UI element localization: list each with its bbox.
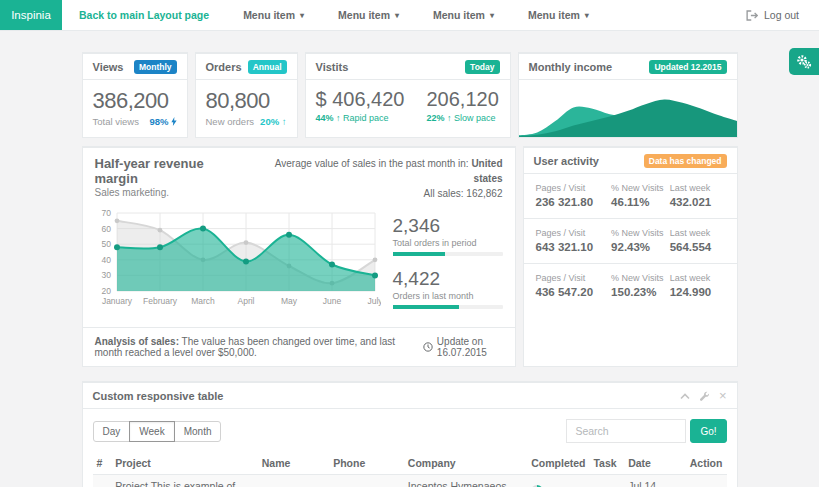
svg-text:70: 70 (101, 208, 111, 218)
user-activity-row: Pages / Visit643 321.10% New Visits92.43… (524, 219, 737, 264)
level-up-icon: ↑ (282, 116, 287, 127)
views-delta: 98% (149, 116, 168, 127)
menu-item-4[interactable]: Menu item▾ (511, 0, 606, 30)
go-button[interactable]: Go! (690, 419, 726, 443)
cell: Inceptos Hymenaeos Ltd (404, 475, 527, 487)
visits-card: Vistits Today $ 406,420 44% ↑ Rapid pace… (305, 52, 511, 138)
top-navbar: Inspinia Back to main Layout page Menu i… (0, 0, 819, 31)
completed-cell (527, 475, 589, 487)
column-header-company: Company (404, 452, 527, 475)
level-up-icon: ↑ (447, 113, 452, 123)
nav-menu: Menu item▾Menu item▾Menu item▾Menu item▾ (226, 0, 606, 30)
orders-period-value: 2,346 (393, 215, 503, 237)
income-card-title: Monthly income (529, 61, 613, 73)
activity-stat: % New Visits92.43% (611, 228, 670, 253)
caret-down-icon: ▾ (395, 11, 399, 20)
cell: 20% (589, 475, 624, 487)
gears-icon (796, 54, 812, 70)
svg-text:50: 50 (101, 239, 111, 249)
brand-logo[interactable]: Inspinia (0, 0, 62, 30)
period-filter-group: DayWeekMonth (93, 421, 222, 442)
svg-text:30: 30 (101, 270, 111, 280)
table-panel-title: Custom responsive table (93, 390, 224, 402)
revenue-subtitle: Sales marketing. (95, 187, 248, 198)
visits-stat-1: $ 406,420 44% ↑ Rapid pace (316, 87, 405, 123)
activity-stat: Last week432.021 (670, 183, 725, 208)
filter-button-week[interactable]: Week (129, 421, 174, 442)
close-icon[interactable]: × (719, 391, 727, 401)
column-header-phone: Phone (329, 452, 404, 475)
visits-value-1: $ 406,420 (316, 87, 405, 111)
all-sales-text: All sales: 162,862 (248, 186, 503, 201)
svg-text:June: June (322, 296, 341, 306)
menu-item-label: Menu item (528, 9, 580, 21)
update-date-text: Update on 16.07.2015 (437, 336, 503, 358)
column-header-task: Task (589, 452, 624, 475)
wrench-icon[interactable] (699, 391, 710, 402)
user-activity-row: Pages / Visit236 321.80% New Visits46.11… (524, 174, 737, 219)
today-badge: Today (465, 60, 499, 74)
cell: Patrick Smith (258, 475, 329, 487)
collapse-chevron-icon[interactable] (680, 393, 690, 400)
monthly-income-card: Monthly income Updated 12.2015 (518, 52, 738, 138)
filter-button-day[interactable]: Day (93, 421, 131, 442)
svg-text:March: March (191, 296, 215, 306)
cell: Jul 14, 2013 (624, 475, 686, 487)
search-input[interactable] (566, 419, 686, 443)
views-card-title: Views (93, 61, 124, 73)
svg-text:20: 20 (101, 286, 111, 296)
menu-item-label: Menu item (433, 9, 485, 21)
activity-stat: Last week564.554 (670, 228, 725, 253)
level-up-icon: ↑ (336, 113, 341, 123)
menu-item-3[interactable]: Menu item▾ (416, 0, 511, 30)
activity-stat: Last week124.990 (670, 273, 725, 298)
cell: 0800 051213 (329, 475, 404, 487)
orders-period-progress (393, 252, 503, 256)
activity-stat: % New Visits46.11% (611, 183, 670, 208)
bolt-icon (171, 117, 177, 126)
filter-button-month[interactable]: Month (174, 421, 222, 442)
cell: Project This is example of project (111, 475, 257, 487)
table-row[interactable]: 1Project This is example of projectPatri… (93, 475, 727, 487)
visits-delta-1: 44% (316, 113, 334, 123)
menu-item-1[interactable]: Menu item▾ (226, 0, 321, 30)
responsive-table-panel: Custom responsive table × DayWeekMonth G… (82, 381, 738, 487)
orders-month-value: 4,422 (393, 268, 503, 290)
orders-period-label: Total orders in period (393, 238, 503, 248)
revenue-side-stats: 2,346 Total orders in period 4,422 Order… (393, 207, 503, 321)
middle-row: Half-year revenue margin Sales marketing… (82, 146, 738, 367)
column-header-action: Action (686, 452, 727, 475)
user-activity-row: Pages / Visit436 547.20% New Visits150.2… (524, 264, 737, 308)
activity-stat: % New Visits150.23% (611, 273, 670, 298)
projects-table: #ProjectNamePhoneCompanyCompletedTaskDat… (93, 452, 727, 487)
orders-card-title: Orders (206, 61, 242, 73)
orders-label: New orders (206, 116, 255, 127)
page-content: Views Monthly 386,200 Total views 98% (82, 31, 738, 487)
revenue-panel: Half-year revenue margin Sales marketing… (82, 146, 516, 367)
visits-card-title: Vistits (316, 61, 349, 73)
activity-stat: Pages / Visit436 547.20 (536, 273, 612, 298)
svg-text:February: February (142, 296, 177, 306)
logout-button[interactable]: Log out (729, 0, 819, 30)
activity-stat: Pages / Visit236 321.80 (536, 183, 612, 208)
activity-stat: Pages / Visit643 321.10 (536, 228, 612, 253)
avg-sales-text: Average value of sales in the past month… (275, 158, 472, 169)
menu-item-label: Menu item (338, 9, 390, 21)
visits-note-2: Slow pace (454, 113, 496, 123)
menu-item-2[interactable]: Menu item▾ (321, 0, 416, 30)
views-value: 386,200 (93, 88, 177, 113)
monthly-badge: Monthly (134, 60, 177, 74)
caret-down-icon: ▾ (490, 11, 494, 20)
analysis-label: Analysis of sales: (95, 336, 179, 347)
visits-value-2: 206,120 (426, 87, 498, 111)
action-cell: ✓ (686, 475, 727, 487)
revenue-title: Half-year revenue margin (95, 156, 248, 186)
sign-out-icon (746, 10, 758, 21)
back-to-layout-link[interactable]: Back to main Layout page (62, 0, 226, 30)
clock-icon (423, 342, 433, 352)
svg-text:60: 60 (101, 224, 111, 234)
visits-stat-2: 206,120 22% ↑ Slow pace (426, 87, 498, 123)
column-header-num: # (93, 452, 112, 475)
theme-config-button[interactable] (789, 48, 819, 75)
orders-value: 80,800 (206, 88, 287, 113)
